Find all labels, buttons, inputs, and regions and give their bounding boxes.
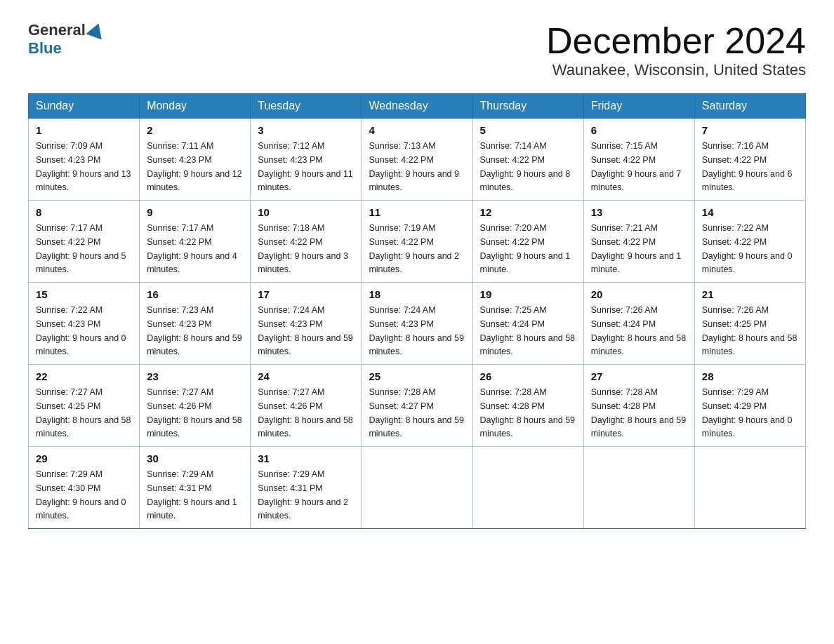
- calendar-week-row: 1 Sunrise: 7:09 AMSunset: 4:23 PMDayligh…: [29, 119, 806, 201]
- calendar-cell: 14 Sunrise: 7:22 AMSunset: 4:22 PMDaylig…: [694, 201, 805, 283]
- day-info: Sunrise: 7:19 AMSunset: 4:22 PMDaylight:…: [369, 223, 459, 274]
- day-number: 29: [36, 452, 132, 464]
- logo: General Blue: [28, 21, 107, 58]
- calendar-cell: 4 Sunrise: 7:13 AMSunset: 4:22 PMDayligh…: [362, 119, 472, 201]
- calendar-cell: 26 Sunrise: 7:28 AMSunset: 4:28 PMDaylig…: [472, 365, 583, 447]
- day-info: Sunrise: 7:20 AMSunset: 4:22 PMDaylight:…: [480, 223, 571, 274]
- day-number: 16: [147, 288, 243, 300]
- calendar-cell: 30 Sunrise: 7:29 AMSunset: 4:31 PMDaylig…: [140, 447, 251, 529]
- calendar-cell: 18 Sunrise: 7:24 AMSunset: 4:23 PMDaylig…: [362, 283, 472, 365]
- day-info: Sunrise: 7:18 AMSunset: 4:22 PMDaylight:…: [258, 223, 348, 274]
- logo-triangle-icon: [86, 20, 106, 39]
- day-number: 21: [702, 288, 798, 300]
- day-info: Sunrise: 7:24 AMSunset: 4:23 PMDaylight:…: [258, 305, 353, 356]
- calendar-cell: 7 Sunrise: 7:16 AMSunset: 4:22 PMDayligh…: [694, 119, 805, 201]
- day-number: 6: [591, 124, 687, 136]
- calendar-cell: 24 Sunrise: 7:27 AMSunset: 4:26 PMDaylig…: [251, 365, 362, 447]
- calendar-cell: 6 Sunrise: 7:15 AMSunset: 4:22 PMDayligh…: [583, 119, 694, 201]
- calendar-cell: 22 Sunrise: 7:27 AMSunset: 4:25 PMDaylig…: [29, 365, 140, 447]
- calendar-cell: 21 Sunrise: 7:26 AMSunset: 4:25 PMDaylig…: [694, 283, 805, 365]
- day-number: 10: [258, 206, 354, 218]
- day-number: 25: [369, 370, 465, 382]
- weekday-header-tuesday: Tuesday: [251, 94, 362, 119]
- calendar-cell: 19 Sunrise: 7:25 AMSunset: 4:24 PMDaylig…: [472, 283, 583, 365]
- day-info: Sunrise: 7:26 AMSunset: 4:24 PMDaylight:…: [591, 305, 687, 356]
- day-number: 20: [591, 288, 687, 300]
- day-info: Sunrise: 7:12 AMSunset: 4:23 PMDaylight:…: [258, 141, 353, 192]
- day-number: 22: [36, 370, 132, 382]
- day-number: 24: [258, 370, 354, 382]
- calendar-cell: 2 Sunrise: 7:11 AMSunset: 4:23 PMDayligh…: [140, 119, 251, 201]
- calendar-cell: 9 Sunrise: 7:17 AMSunset: 4:22 PMDayligh…: [140, 201, 251, 283]
- day-info: Sunrise: 7:24 AMSunset: 4:23 PMDaylight:…: [369, 305, 464, 356]
- calendar-cell: 28 Sunrise: 7:29 AMSunset: 4:29 PMDaylig…: [694, 365, 805, 447]
- day-info: Sunrise: 7:17 AMSunset: 4:22 PMDaylight:…: [36, 223, 126, 274]
- weekday-header-sunday: Sunday: [29, 94, 140, 119]
- calendar-week-row: 22 Sunrise: 7:27 AMSunset: 4:25 PMDaylig…: [29, 365, 806, 447]
- logo-general-text: General: [28, 21, 86, 39]
- calendar-week-row: 29 Sunrise: 7:29 AMSunset: 4:30 PMDaylig…: [29, 447, 806, 529]
- day-info: Sunrise: 7:13 AMSunset: 4:22 PMDaylight:…: [369, 141, 459, 192]
- day-number: 1: [36, 124, 132, 136]
- weekday-header-wednesday: Wednesday: [362, 94, 472, 119]
- calendar-cell: [694, 447, 805, 529]
- day-number: 12: [480, 206, 576, 218]
- day-number: 28: [702, 370, 798, 382]
- day-number: 30: [147, 452, 243, 464]
- day-number: 19: [480, 288, 576, 300]
- day-number: 17: [258, 288, 354, 300]
- logo-blue-text: Blue: [28, 39, 62, 58]
- weekday-header-saturday: Saturday: [694, 94, 805, 119]
- page-header: General Blue December 2024 Waunakee, Wis…: [28, 21, 806, 79]
- day-info: Sunrise: 7:21 AMSunset: 4:22 PMDaylight:…: [591, 223, 682, 274]
- calendar-cell: 17 Sunrise: 7:24 AMSunset: 4:23 PMDaylig…: [251, 283, 362, 365]
- calendar-cell: 20 Sunrise: 7:26 AMSunset: 4:24 PMDaylig…: [583, 283, 694, 365]
- day-info: Sunrise: 7:27 AMSunset: 4:25 PMDaylight:…: [36, 387, 131, 438]
- day-info: Sunrise: 7:22 AMSunset: 4:22 PMDaylight:…: [702, 223, 793, 274]
- calendar-table: SundayMondayTuesdayWednesdayThursdayFrid…: [28, 93, 806, 529]
- calendar-cell: 10 Sunrise: 7:18 AMSunset: 4:22 PMDaylig…: [251, 201, 362, 283]
- day-info: Sunrise: 7:25 AMSunset: 4:24 PMDaylight:…: [480, 305, 576, 356]
- day-info: Sunrise: 7:11 AMSunset: 4:23 PMDaylight:…: [147, 141, 242, 192]
- calendar-cell: 29 Sunrise: 7:29 AMSunset: 4:30 PMDaylig…: [29, 447, 140, 529]
- calendar-cell: [472, 447, 583, 529]
- day-info: Sunrise: 7:22 AMSunset: 4:23 PMDaylight:…: [36, 305, 126, 356]
- day-info: Sunrise: 7:29 AMSunset: 4:30 PMDaylight:…: [36, 469, 126, 521]
- day-number: 15: [36, 288, 132, 300]
- day-number: 2: [147, 124, 243, 136]
- day-number: 5: [480, 124, 576, 136]
- day-info: Sunrise: 7:27 AMSunset: 4:26 PMDaylight:…: [147, 387, 242, 438]
- day-number: 27: [591, 370, 687, 382]
- calendar-cell: 23 Sunrise: 7:27 AMSunset: 4:26 PMDaylig…: [140, 365, 251, 447]
- day-number: 3: [258, 124, 354, 136]
- calendar-cell: 3 Sunrise: 7:12 AMSunset: 4:23 PMDayligh…: [251, 119, 362, 201]
- title-area: December 2024 Waunakee, Wisconsin, Unite…: [546, 21, 806, 79]
- calendar-cell: 5 Sunrise: 7:14 AMSunset: 4:22 PMDayligh…: [472, 119, 583, 201]
- day-number: 26: [480, 370, 576, 382]
- calendar-cell: 16 Sunrise: 7:23 AMSunset: 4:23 PMDaylig…: [140, 283, 251, 365]
- weekday-header-thursday: Thursday: [472, 94, 583, 119]
- day-info: Sunrise: 7:29 AMSunset: 4:31 PMDaylight:…: [147, 469, 237, 521]
- calendar-cell: 31 Sunrise: 7:29 AMSunset: 4:31 PMDaylig…: [251, 447, 362, 529]
- day-info: Sunrise: 7:17 AMSunset: 4:22 PMDaylight:…: [147, 223, 237, 274]
- day-info: Sunrise: 7:28 AMSunset: 4:27 PMDaylight:…: [369, 387, 464, 438]
- day-info: Sunrise: 7:23 AMSunset: 4:23 PMDaylight:…: [147, 305, 242, 356]
- day-info: Sunrise: 7:16 AMSunset: 4:22 PMDaylight:…: [702, 141, 793, 192]
- day-number: 11: [369, 206, 465, 218]
- day-info: Sunrise: 7:28 AMSunset: 4:28 PMDaylight:…: [480, 387, 576, 438]
- day-number: 13: [591, 206, 687, 218]
- month-title: December 2024: [546, 21, 806, 61]
- calendar-cell: 12 Sunrise: 7:20 AMSunset: 4:22 PMDaylig…: [472, 201, 583, 283]
- day-number: 23: [147, 370, 243, 382]
- calendar-cell: 8 Sunrise: 7:17 AMSunset: 4:22 PMDayligh…: [29, 201, 140, 283]
- calendar-cell: 1 Sunrise: 7:09 AMSunset: 4:23 PMDayligh…: [29, 119, 140, 201]
- day-number: 9: [147, 206, 243, 218]
- day-info: Sunrise: 7:09 AMSunset: 4:23 PMDaylight:…: [36, 141, 131, 192]
- day-info: Sunrise: 7:14 AMSunset: 4:22 PMDaylight:…: [480, 141, 571, 192]
- calendar-cell: 13 Sunrise: 7:21 AMSunset: 4:22 PMDaylig…: [583, 201, 694, 283]
- day-number: 18: [369, 288, 465, 300]
- day-number: 14: [702, 206, 798, 218]
- calendar-cell: [583, 447, 694, 529]
- weekday-header-row: SundayMondayTuesdayWednesdayThursdayFrid…: [29, 94, 806, 119]
- day-info: Sunrise: 7:29 AMSunset: 4:31 PMDaylight:…: [258, 469, 348, 521]
